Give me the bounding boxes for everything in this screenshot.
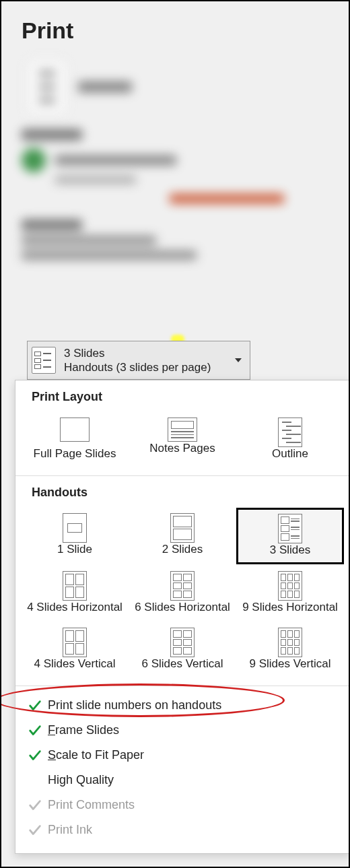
option-outline[interactable]: Outline (236, 412, 344, 467)
option-2-slides[interactable]: 2 Slides (129, 508, 236, 564)
option-6-slides-horizontal[interactable]: 6 Slides Horizontal (129, 566, 236, 621)
three-slides-handout-icon (278, 514, 302, 543)
label-4h: 4 Slides Horizontal (27, 601, 123, 614)
label-9v: 9 Slides Vertical (250, 657, 331, 671)
option-print-comments: Print Comments (15, 793, 349, 817)
label-full-page: Full Page Slides (34, 447, 116, 461)
three-slides-icon (32, 347, 56, 374)
label-3-slides: 3 Slides (270, 543, 310, 557)
one-slide-icon (63, 513, 87, 543)
label-outline: Outline (272, 447, 308, 461)
dropdown-line2: Handouts (3 slides per page) (64, 360, 231, 374)
option-print-ink: Print Ink (15, 817, 349, 842)
label-print-comments: Print Comments (48, 798, 135, 812)
label-1-slide: 1 Slide (57, 543, 92, 556)
page-title: Print (22, 18, 73, 44)
option-frame-slides[interactable]: Frame Slides (15, 718, 349, 743)
label-frame-slides: Frame Slides (48, 723, 119, 737)
option-notes-pages[interactable]: Notes Pages (129, 412, 236, 467)
option-1-slide[interactable]: 1 Slide (21, 508, 129, 564)
option-4-slides-horizontal[interactable]: 4 Slides Horizontal (21, 566, 129, 621)
option-9-slides-horizontal[interactable]: 9 Slides Horizontal (236, 566, 344, 621)
four-h-icon (63, 571, 87, 601)
label-scale-to-fit: Scale to Fit Paper (48, 748, 144, 762)
option-print-slide-numbers[interactable]: Print slide numbers on handouts (15, 693, 349, 718)
dropdown-line1: 3 Slides (64, 346, 231, 360)
label-9h: 9 Slides Horizontal (242, 601, 338, 614)
layout-dropdown-button[interactable]: 3 Slides Handouts (3 slides per page) (27, 341, 250, 380)
label-2-slides: 2 Slides (162, 543, 203, 556)
six-h-icon (170, 571, 195, 601)
label-6h: 6 Slides Horizontal (135, 601, 230, 614)
outline-icon (278, 418, 302, 447)
handouts-heading: Handouts (15, 476, 349, 504)
option-3-slides[interactable]: 3 Slides (236, 508, 344, 564)
option-4-slides-vertical[interactable]: 4 Slides Vertical (21, 622, 129, 677)
nine-v-icon (278, 628, 302, 657)
nine-h-icon (278, 571, 302, 601)
check-icon (28, 723, 42, 738)
label-notes-pages: Notes Pages (149, 442, 215, 455)
full-page-slides-icon (60, 418, 90, 442)
two-slides-icon (170, 513, 195, 543)
option-high-quality[interactable]: High Quality (15, 768, 349, 793)
background-blurred (15, 48, 338, 345)
check-icon (28, 798, 42, 813)
check-icon (28, 748, 42, 763)
option-scale-to-fit[interactable]: Scale to Fit Paper (15, 743, 349, 768)
option-9-slides-vertical[interactable]: 9 Slides Vertical (236, 622, 344, 677)
six-v-icon (170, 628, 195, 657)
notes-pages-icon (168, 418, 197, 442)
label-4v: 4 Slides Vertical (34, 657, 116, 671)
check-icon (28, 823, 42, 838)
option-full-page-slides[interactable]: Full Page Slides (21, 412, 129, 467)
layout-dropdown-panel: Print Layout Full Page Slides Notes Page… (15, 380, 350, 854)
label-print-ink: Print Ink (48, 823, 92, 837)
four-v-icon (63, 628, 87, 657)
label-6v: 6 Slides Vertical (142, 657, 223, 671)
chevron-down-icon (235, 358, 242, 362)
label-high-quality: High Quality (48, 773, 114, 787)
label-print-slide-numbers: Print slide numbers on handouts (48, 698, 221, 712)
check-icon (28, 698, 42, 713)
option-6-slides-vertical[interactable]: 6 Slides Vertical (129, 622, 236, 677)
options-list: Print slide numbers on handouts Frame Sl… (15, 686, 349, 853)
print-layout-heading: Print Layout (15, 380, 349, 408)
